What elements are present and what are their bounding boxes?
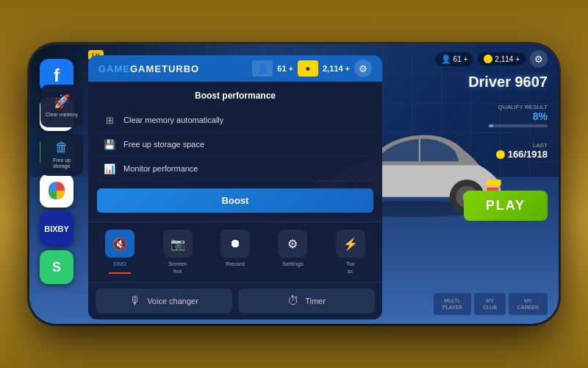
quick-action-turbo[interactable]: ⚡ Tursc: [323, 230, 378, 275]
clear-memory-label: Clear memory: [46, 112, 78, 118]
screenshot-label: Screenhot: [168, 261, 187, 275]
monitor-opt-label: Monitor performance: [123, 164, 198, 173]
coin-icon-top: [484, 54, 492, 63]
game-tab-career[interactable]: MYCAREER: [509, 293, 548, 315]
quick-action-dnd[interactable]: 🔇 DND: [93, 230, 147, 275]
game-tabs: MULTI-PLAYER MYCLUB MYCAREER: [434, 293, 548, 315]
app-icon-samsung[interactable]: BIXBY: [40, 212, 74, 246]
players-icon-box: 👤: [252, 60, 273, 77]
dnd-underline: [109, 272, 131, 274]
app-icon-photos[interactable]: [40, 174, 74, 208]
photos-icon: [47, 181, 66, 200]
voice-changer-button[interactable]: 🎙 Voice changer: [96, 289, 232, 314]
record-icon-box: ⏺: [220, 230, 250, 258]
boost-title: Boost performance: [97, 91, 373, 101]
samsung-icon: BIXBY: [44, 224, 69, 233]
timer-label: Timer: [305, 297, 326, 305]
game-top-bar: 👤 61 + 2,114 + ⚙: [435, 50, 548, 68]
left-action-buttons: 🚀 Clear memory 🗑 Free upstorage: [40, 85, 83, 176]
superuser-icon: S: [52, 260, 61, 275]
qualify-progress-fill: [489, 124, 493, 127]
free-up-storage-button[interactable]: 🗑 Free upstorage: [40, 133, 83, 176]
play-button[interactable]: PLAY: [464, 191, 548, 221]
last-stat: LAST 166/1918: [464, 142, 548, 160]
qualify-stat: QUALIFY RESULT 8%: [464, 104, 548, 127]
coin-icon: [496, 150, 505, 159]
facebook-icon: f: [54, 66, 60, 86]
game-ui-right: Driver 9607 QUALIFY RESULT 8% LAST 166/1…: [464, 74, 548, 221]
gear-button[interactable]: ⚙: [530, 50, 548, 68]
boost-button[interactable]: Boost: [97, 188, 373, 213]
last-value: 166/1918: [508, 149, 548, 160]
voice-changer-icon: 🎙: [129, 294, 141, 308]
turbo-label: Tursc: [346, 261, 355, 275]
phone-device: LV: [29, 44, 559, 324]
bottom-actions-row: 🎙 Voice changer ⏱ Timer: [88, 282, 382, 319]
voice-changer-label: Voice changer: [147, 297, 198, 305]
record-label: Record: [226, 261, 245, 268]
coin-icon-box: ●: [298, 60, 318, 77]
quick-action-settings[interactable]: ⚙ Settings: [265, 230, 320, 275]
coin-count: 2,114 +: [478, 52, 526, 66]
quick-actions-row: 🔇 DND 📷 Screenhot ⏺ Record: [88, 222, 382, 282]
qualify-label: QUALIFY RESULT: [498, 104, 548, 110]
gameturbo-panel: 🚀 Clear memory 🗑 Free upstorage GAMEGAME…: [88, 55, 382, 313]
player-icon: 👤: [441, 54, 451, 64]
screenshot-icon-box: 📷: [163, 230, 193, 258]
free-storage-icon: 🗑: [55, 140, 68, 155]
dnd-label: DND: [114, 261, 126, 268]
turbo-icon: ⚡: [343, 237, 358, 251]
quick-action-screenshot[interactable]: 📷 Screenhot: [150, 230, 204, 275]
monitor-opt-icon: 📊: [103, 162, 116, 175]
game-tab-multiplayer[interactable]: MULTI-PLAYER: [434, 293, 471, 315]
last-label: LAST: [533, 142, 548, 149]
game-text: GAME: [98, 63, 130, 74]
turbo-icon-box: ⚡: [336, 230, 365, 258]
screenshot-icon: 📷: [171, 237, 185, 251]
scene: LV: [0, 0, 588, 368]
quick-action-record[interactable]: ⏺ Record: [208, 230, 262, 275]
settings-label: Settings: [282, 261, 304, 268]
driver-name: Driver 9607: [464, 74, 548, 91]
boost-card: Boost performance ⊞ Clear memory automat…: [88, 82, 382, 222]
free-storage-opt-icon: 💾: [103, 138, 116, 151]
gameturbo-gear-button[interactable]: ⚙: [354, 60, 372, 77]
coin-count-value: 2,114 +: [495, 55, 520, 63]
clear-memory-opt-label: Clear memory automatically: [123, 116, 223, 124]
gameturbo-header: GAMEGAMETURBO 👤 61 + ● 2,114 + ⚙: [88, 55, 382, 82]
dnd-icon-box: 🔇: [105, 230, 135, 258]
timer-button[interactable]: ⏱ Timer: [238, 289, 375, 314]
app-icon-superuser[interactable]: S: [40, 250, 74, 284]
qualify-value: 8%: [533, 110, 548, 122]
clear-memory-button[interactable]: 🚀 Clear memory: [40, 85, 83, 127]
settings-icon-box: ⚙: [278, 230, 307, 258]
clear-memory-icon: 🚀: [54, 93, 70, 110]
clear-memory-opt-icon: ⊞: [103, 113, 116, 127]
free-storage-label: Free upstorage: [53, 158, 71, 170]
coins-count: 2,114 +: [323, 64, 350, 73]
dnd-icon: 🔇: [112, 237, 127, 251]
timer-icon: ⏱: [287, 294, 299, 308]
settings-icon: ⚙: [287, 237, 298, 251]
player-count: 👤 61 +: [435, 52, 474, 66]
player-count-value: 61 +: [453, 55, 468, 63]
boost-option-monitor[interactable]: 📊 Monitor performance: [97, 157, 373, 181]
gameturbo-logo: GAMEGAMETURBO: [98, 63, 199, 74]
record-icon: ⏺: [229, 237, 241, 250]
players-count: 61 +: [277, 64, 293, 73]
boost-option-clear-memory[interactable]: ⊞ Clear memory automatically: [97, 108, 373, 132]
game-tab-club[interactable]: MYCLUB: [474, 293, 506, 315]
qualify-progress-bar: [489, 124, 548, 127]
free-storage-opt-label: Free up storage space: [123, 140, 204, 149]
turbo-text: GAMETURBO: [130, 63, 199, 74]
boost-option-free-storage[interactable]: 💾 Free up storage space: [97, 132, 373, 157]
gameturbo-top-icons: 👤 61 + ● 2,114 + ⚙: [252, 60, 372, 77]
